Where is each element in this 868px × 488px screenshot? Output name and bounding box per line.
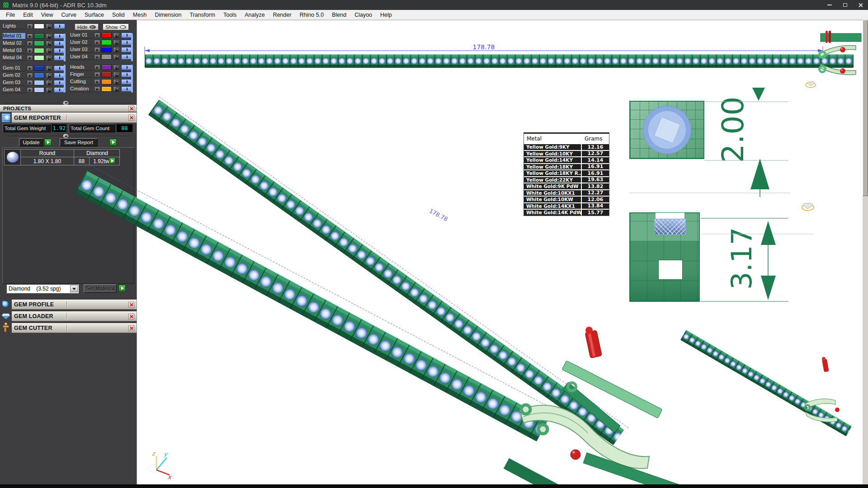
projects-close-button[interactable] [128, 106, 134, 112]
layer-color-swatch[interactable] [34, 55, 44, 61]
layer-flyout-button[interactable] [27, 33, 33, 39]
set-material-button[interactable]: Set Material [84, 284, 117, 293]
menu-item[interactable]: Help [376, 11, 396, 19]
layer-flyout-button[interactable] [27, 66, 33, 71]
close-button[interactable] [853, 0, 868, 10]
layer-lock-button[interactable] [113, 33, 120, 38]
layer-flyout-button[interactable] [94, 72, 100, 77]
gem-profile-header[interactable]: GEM PROFILE [12, 300, 137, 310]
menu-item[interactable]: Transform [185, 11, 219, 19]
layer-color-swatch[interactable] [101, 33, 112, 38]
layer-flyout-button[interactable] [27, 23, 33, 29]
menu-item[interactable]: Render [269, 11, 296, 19]
layer-flyout-button[interactable] [27, 87, 33, 93]
layer-label[interactable]: Lights [3, 23, 25, 29]
layer-label[interactable]: Cutting [70, 79, 93, 85]
layer-flyout-button[interactable] [27, 80, 33, 85]
layer-lock-button[interactable] [46, 48, 52, 53]
layer-color-swatch[interactable] [34, 73, 44, 78]
gem-loader-header[interactable]: GEM LOADER [12, 311, 137, 321]
layer-color-swatch[interactable] [101, 72, 112, 77]
layer-label[interactable]: Metal 02 [3, 40, 25, 47]
menu-item[interactable]: View [37, 11, 57, 19]
menu-item[interactable]: Clayoo [350, 11, 376, 19]
layer-label[interactable]: Metal 04 [3, 55, 25, 61]
layer-lock-button[interactable] [113, 54, 120, 60]
maximize-button[interactable] [837, 0, 853, 10]
layer-color-swatch[interactable] [34, 80, 44, 85]
layer-color-swatch[interactable] [34, 41, 44, 46]
layer-flyout-button[interactable] [27, 73, 33, 78]
menu-item[interactable]: Curve [57, 11, 80, 19]
layer-lock-button[interactable] [46, 80, 52, 85]
layer-label[interactable]: Creation [70, 86, 93, 92]
gem-reporter-close-button[interactable] [128, 115, 134, 121]
layer-label[interactable]: User 01 [70, 32, 93, 38]
layer-color-swatch[interactable] [101, 54, 112, 60]
layer-lock-button[interactable] [46, 33, 52, 39]
layer-color-swatch[interactable] [101, 86, 112, 92]
layer-label[interactable]: Heads [70, 64, 93, 70]
layer-color-swatch[interactable] [34, 33, 44, 39]
layer-lock-button[interactable] [46, 55, 52, 61]
layer-flyout-button[interactable] [94, 54, 100, 60]
gem-cutter-close-button[interactable] [128, 325, 134, 331]
layer-lock-button[interactable] [46, 73, 52, 78]
show-button[interactable]: Show [103, 23, 129, 30]
menu-item[interactable]: Edit [19, 11, 37, 19]
dropdown-arrow-icon[interactable] [70, 285, 78, 292]
layer-color-swatch[interactable] [101, 79, 112, 84]
layer-lock-button[interactable] [46, 87, 52, 93]
gem-summary-row[interactable]: Round 1.80 X 1.80 Diamond 88 1.92tw [4, 149, 120, 165]
layer-lock-button[interactable] [113, 47, 120, 52]
layer-flyout-button[interactable] [27, 55, 33, 61]
layer-label[interactable]: User 02 [70, 39, 93, 46]
gem-row-action-button[interactable] [109, 158, 115, 164]
layer-color-swatch[interactable] [101, 40, 112, 45]
layer-label[interactable]: Gem 03 [3, 80, 25, 86]
layer-lock-button[interactable] [113, 65, 120, 70]
menu-item[interactable]: Tools [219, 11, 241, 19]
layer-lock-button[interactable] [113, 40, 120, 45]
gem-reporter-header[interactable]: GEM REPORTER [12, 113, 137, 123]
save-report-run-button[interactable] [109, 139, 117, 146]
menu-item[interactable]: Rhino 5.0 [296, 11, 328, 19]
layer-lock-button[interactable] [113, 86, 120, 92]
layer-label[interactable]: Metal 01 [3, 33, 25, 39]
layer-label[interactable]: Gem 02 [3, 72, 25, 79]
layer-label[interactable]: User 04 [70, 54, 93, 60]
gem-cutter-header[interactable]: GEM CUTTER [12, 323, 137, 333]
layer-color-swatch[interactable] [34, 48, 44, 53]
layer-label[interactable]: User 03 [70, 47, 93, 53]
menu-item[interactable]: Blend [328, 11, 350, 19]
layer-lock-button[interactable] [46, 41, 52, 46]
layer-lock-button[interactable] [113, 72, 120, 77]
layer-color-swatch[interactable] [101, 47, 112, 52]
gem-loader-close-button[interactable] [128, 314, 134, 319]
menu-item[interactable]: Solid [108, 11, 129, 19]
hide-button[interactable]: Hide [75, 23, 99, 30]
menu-item[interactable]: Analyze [241, 11, 269, 19]
layer-flyout-button[interactable] [94, 79, 100, 84]
save-report-button[interactable]: Save Report [60, 138, 98, 146]
layer-flyout-button[interactable] [94, 40, 100, 45]
title-bar[interactable]: Matrix 9.0 (64-bit) - ADR BC 10.3dm [0, 0, 868, 10]
layer-flyout-button[interactable] [94, 86, 100, 92]
layer-flyout-button[interactable] [94, 47, 100, 52]
layer-flyout-button[interactable] [94, 33, 100, 38]
scrollbar-thumb[interactable] [863, 20, 868, 196]
viewport-scrollbar[interactable] [863, 20, 868, 484]
menu-item[interactable]: File [2, 11, 19, 19]
layer-lock-button[interactable] [46, 66, 52, 71]
menu-item[interactable]: Mesh [129, 11, 151, 19]
layer-label[interactable]: Gem 04 [3, 87, 25, 93]
minimize-button[interactable] [822, 0, 837, 10]
layer-flyout-button[interactable] [94, 65, 100, 70]
projects-header[interactable]: PROJECTS [0, 105, 137, 112]
set-material-run-button[interactable] [118, 285, 126, 292]
gem-profile-close-button[interactable] [128, 302, 134, 308]
update-run-button[interactable] [44, 139, 52, 146]
update-button[interactable]: Update [19, 138, 43, 146]
menu-item[interactable]: Dimension [151, 11, 185, 19]
layer-color-swatch[interactable] [34, 23, 44, 29]
